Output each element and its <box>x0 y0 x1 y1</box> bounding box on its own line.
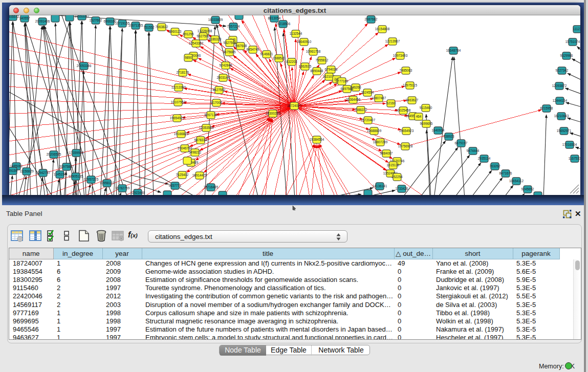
svg-text:19756928: 19756928 <box>398 144 413 148</box>
svg-text:12942737: 12942737 <box>36 171 51 174</box>
svg-text:11156829: 11156829 <box>19 169 34 173</box>
svg-text:8990448: 8990448 <box>311 69 323 73</box>
svg-text:18724007: 18724007 <box>287 104 302 107</box>
svg-text:252254: 252254 <box>391 175 403 179</box>
svg-text:7663822: 7663822 <box>156 25 168 29</box>
svg-text:9115460: 9115460 <box>420 106 432 110</box>
svg-text:9463627: 9463627 <box>406 98 419 102</box>
svg-text:20053346: 20053346 <box>77 64 92 68</box>
svg-text:1362615: 1362615 <box>299 64 312 68</box>
svg-text:12444154: 12444154 <box>553 99 568 102</box>
svg-text:1640934: 1640934 <box>432 128 445 132</box>
svg-text:10961758: 10961758 <box>306 50 321 53</box>
svg-text:9699695: 9699695 <box>420 122 433 125</box>
svg-text:9657771: 9657771 <box>169 184 182 187</box>
svg-text:6794028: 6794028 <box>325 68 338 71</box>
svg-text:2967608: 2967608 <box>234 44 247 48</box>
svg-text:12905135: 12905135 <box>69 174 83 178</box>
svg-text:10107552: 10107552 <box>171 100 186 104</box>
svg-text:9242848: 9242848 <box>220 63 232 67</box>
svg-text:3624554: 3624554 <box>361 91 374 94</box>
svg-text:9890: 9890 <box>185 56 192 59</box>
svg-text:7986372: 7986372 <box>355 108 367 112</box>
svg-text:10719155: 10719155 <box>115 21 130 25</box>
svg-text:2803144: 2803144 <box>217 76 230 79</box>
svg-text:10553287: 10553287 <box>75 15 90 18</box>
svg-text:10807487: 10807487 <box>372 96 386 100</box>
svg-text:12213967: 12213967 <box>385 39 400 43</box>
svg-text:8454749: 8454749 <box>247 48 259 51</box>
svg-text:10958107: 10958107 <box>100 181 115 185</box>
svg-text:1733426: 1733426 <box>396 187 408 190</box>
svg-text:19654923: 19654923 <box>170 116 185 120</box>
svg-text:6879197: 6879197 <box>455 141 468 145</box>
svg-text:8427552: 8427552 <box>213 88 226 92</box>
svg-text:2087682: 2087682 <box>365 17 378 21</box>
svg-text:464: 464 <box>416 115 422 118</box>
svg-text:12213369: 12213369 <box>171 85 186 89</box>
svg-text:19218506: 19218506 <box>276 22 291 26</box>
svg-text:15751074: 15751074 <box>565 40 580 43</box>
svg-text:7357224: 7357224 <box>227 25 240 28</box>
svg-text:19654923: 19654923 <box>399 129 414 133</box>
svg-text:763262: 763262 <box>489 164 500 168</box>
svg-text:15716485: 15716485 <box>204 185 219 189</box>
svg-text:16210643: 16210643 <box>554 114 569 118</box>
svg-text:817004: 817004 <box>211 101 222 104</box>
svg-text:1588520: 1588520 <box>273 56 286 60</box>
svg-text:39159: 39159 <box>9 169 17 172</box>
svg-text:20975887: 20975887 <box>59 165 74 168</box>
svg-text:6497568: 6497568 <box>341 87 354 91</box>
svg-text:8215958: 8215958 <box>540 106 553 110</box>
svg-text:7485063: 7485063 <box>400 69 412 72</box>
svg-text:10654112: 10654112 <box>509 179 524 183</box>
svg-text:1615132: 1615132 <box>387 163 400 167</box>
svg-text:20364456: 20364456 <box>346 98 361 101</box>
svg-text:140557: 140557 <box>19 16 30 20</box>
svg-text:1167533: 1167533 <box>569 157 580 160</box>
svg-text:13226058: 13226058 <box>198 29 212 33</box>
svg-text:20091406: 20091406 <box>35 19 50 23</box>
svg-text:9884067: 9884067 <box>380 151 393 155</box>
svg-text:8960123: 8960123 <box>169 30 182 33</box>
svg-text:15692971: 15692971 <box>557 129 572 133</box>
svg-text:8471676: 8471676 <box>499 171 512 175</box>
svg-text:16648784: 16648784 <box>446 49 461 52</box>
svg-text:12975115: 12975115 <box>403 83 417 87</box>
svg-text:17016504: 17016504 <box>562 143 577 146</box>
svg-text:1132544: 1132544 <box>290 32 302 35</box>
svg-text:8186323: 8186323 <box>209 37 222 41</box>
svg-text:19166829: 19166829 <box>174 132 189 136</box>
svg-text:17359934: 17359934 <box>69 151 84 155</box>
svg-text:9327506: 9327506 <box>197 34 210 38</box>
svg-text:12353594: 12353594 <box>199 126 214 129</box>
svg-text:16033809: 16033809 <box>208 18 223 21</box>
svg-text:938923: 938923 <box>443 135 454 138</box>
svg-text:8813054: 8813054 <box>268 16 281 20</box>
svg-text:18640910: 18640910 <box>297 40 312 43</box>
svg-text:5878334: 5878334 <box>194 138 207 142</box>
svg-text:11123: 11123 <box>573 27 580 31</box>
svg-text:1145194: 1145194 <box>54 172 67 176</box>
svg-text:10543382: 10543382 <box>189 41 204 45</box>
svg-text:15720407: 15720407 <box>361 118 376 122</box>
svg-text:2718176: 2718176 <box>177 71 189 74</box>
svg-text:7625402: 7625402 <box>176 173 189 177</box>
svg-text:10025458: 10025458 <box>396 108 411 112</box>
svg-text:16154808: 16154808 <box>375 27 390 31</box>
svg-text:5498222: 5498222 <box>189 150 202 154</box>
svg-text:1527602: 1527602 <box>90 18 102 22</box>
svg-text:9245652: 9245652 <box>521 187 534 191</box>
svg-text:10688609: 10688609 <box>367 129 382 133</box>
svg-text:9227342: 9227342 <box>556 69 569 72</box>
svg-text:9329966: 9329966 <box>560 54 573 57</box>
svg-text:2935114: 2935114 <box>478 157 491 160</box>
svg-text:7955812: 7955812 <box>316 58 329 62</box>
svg-text:9146821: 9146821 <box>260 52 273 56</box>
svg-text:12093872: 12093872 <box>552 84 567 87</box>
svg-text:10671355: 10671355 <box>128 24 143 27</box>
svg-text:1405572: 1405572 <box>9 15 19 18</box>
svg-text:9777169: 9777169 <box>336 79 349 83</box>
svg-text:751552: 751552 <box>143 26 155 29</box>
svg-text:14136141: 14136141 <box>373 184 387 188</box>
